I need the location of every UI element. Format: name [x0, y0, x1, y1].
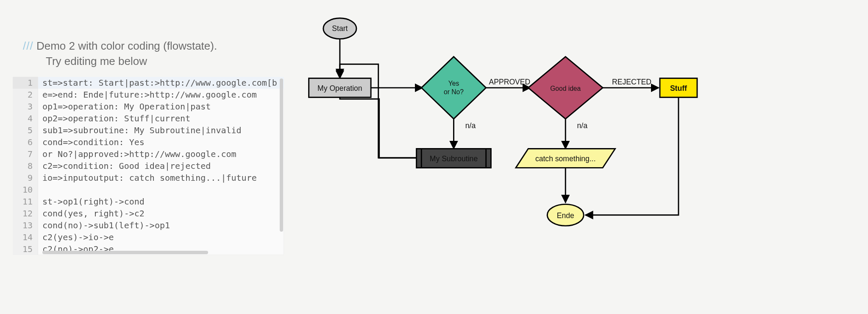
title-line2: Try editing me below	[23, 53, 284, 69]
code-editor[interactable]: 1st=>start: Start|past:>http://www.googl…	[13, 77, 284, 255]
node-cond[interactable]: Yes or No?	[421, 57, 486, 119]
line-code[interactable]: cond(no)->sub1(left)->op1	[38, 219, 170, 231]
label-c2-no: n/a	[577, 121, 588, 130]
editor-line[interactable]: 11st->op1(right)->cond	[13, 196, 284, 207]
label-approved: APPROVED	[489, 78, 531, 86]
line-code[interactable]: io=>inputoutput: catch something...|futu…	[38, 172, 257, 184]
line-code[interactable]: op1=>operation: My Operation|past	[38, 101, 211, 112]
svg-text:catch something...: catch something...	[535, 154, 596, 163]
line-number: 12	[13, 207, 38, 219]
node-io[interactable]: catch something...	[516, 149, 615, 168]
svg-text:Yes: Yes	[448, 80, 459, 87]
vertical-scrollbar-thumb[interactable]	[280, 78, 283, 232]
label-rejected: REJECTED	[612, 78, 651, 86]
title-line1: Demo 2 with color coding (flowstate).	[36, 39, 217, 52]
line-code[interactable]: c2=>condition: Good idea|rejected	[38, 160, 211, 172]
editor-line[interactable]: 14c2(yes)->io->e	[13, 231, 284, 243]
line-number: 11	[13, 196, 38, 207]
line-code[interactable]: cond=>condition: Yes	[38, 136, 145, 148]
flowchart-panel: Start My Operation Yes or No? APPROVED	[284, 8, 855, 306]
line-number: 9	[13, 172, 38, 184]
line-number: 15	[13, 243, 38, 255]
line-code[interactable]: or No?|approved:>http://www.google.com	[38, 148, 236, 160]
line-number: 14	[13, 231, 38, 243]
node-op1[interactable]: My Operation	[309, 78, 371, 97]
flowchart-svg: Start My Operation Yes or No? APPROVED	[284, 8, 855, 306]
line-code[interactable]	[38, 184, 42, 196]
editor-line[interactable]: 4op2=>operation: Stuff|current	[13, 112, 284, 124]
node-end[interactable]: Ende	[547, 204, 584, 226]
node-c2[interactable]: Good idea	[528, 57, 603, 119]
line-number: 2	[13, 89, 38, 101]
line-number: 1	[13, 77, 38, 89]
editor-line[interactable]: 12cond(yes, right)->c2	[13, 207, 284, 219]
editor-line[interactable]: 7or No?|approved:>http://www.google.com	[13, 148, 284, 160]
line-code[interactable]: st=>start: Start|past:>http://www.google…	[38, 77, 284, 89]
editor-line[interactable]: 13cond(no)->sub1(left)->op1	[13, 219, 284, 231]
svg-text:Stuff: Stuff	[670, 84, 687, 93]
horizontal-scrollbar[interactable]	[42, 251, 279, 254]
svg-text:My Operation: My Operation	[317, 84, 362, 93]
node-op2[interactable]: Stuff	[660, 78, 697, 97]
horizontal-scrollbar-thumb[interactable]	[42, 251, 208, 254]
svg-text:or No?: or No?	[444, 88, 464, 95]
svg-text:Good idea: Good idea	[550, 85, 581, 92]
editor-line[interactable]: 5sub1=>subroutine: My Subroutine|invalid	[13, 124, 284, 136]
line-code[interactable]: e=>end: Ende|future:>http://www.google.c…	[38, 89, 257, 101]
title-slashes: ///	[23, 39, 33, 52]
label-cond-no: n/a	[465, 121, 476, 130]
editor-line[interactable]: 6cond=>condition: Yes	[13, 136, 284, 148]
editor-panel: /// Demo 2 with color coding (flowstate)…	[13, 8, 284, 306]
editor-line[interactable]: 8c2=>condition: Good idea|rejected	[13, 160, 284, 172]
svg-text:Ende: Ende	[557, 211, 574, 220]
line-number: 4	[13, 112, 38, 124]
line-code[interactable]: sub1=>subroutine: My Subroutine|invalid	[38, 124, 242, 136]
vertical-scrollbar[interactable]	[280, 78, 283, 240]
line-number: 6	[13, 136, 38, 148]
line-number: 8	[13, 160, 38, 172]
svg-text:Start: Start	[332, 24, 348, 33]
node-sub1[interactable]: My Subroutine	[417, 149, 491, 168]
line-number: 7	[13, 148, 38, 160]
svg-text:My Subroutine: My Subroutine	[430, 154, 478, 163]
editor-line[interactable]: 1st=>start: Start|past:>http://www.googl…	[13, 77, 284, 89]
demo-title: /// Demo 2 with color coding (flowstate)…	[13, 38, 284, 69]
editor-line[interactable]: 2e=>end: Ende|future:>http://www.google.…	[13, 89, 284, 101]
editor-line[interactable]: 3op1=>operation: My Operation|past	[13, 101, 284, 112]
line-code[interactable]: c2(yes)->io->e	[38, 231, 114, 243]
editor-line[interactable]: 10	[13, 184, 284, 196]
line-code[interactable]: op2=>operation: Stuff|current	[38, 112, 190, 124]
line-number: 5	[13, 124, 38, 136]
line-code[interactable]: cond(yes, right)->c2	[38, 207, 145, 219]
line-number: 3	[13, 101, 38, 112]
editor-line[interactable]: 9io=>inputoutput: catch something...|fut…	[13, 172, 284, 184]
line-number: 13	[13, 219, 38, 231]
line-number: 10	[13, 184, 38, 196]
node-start[interactable]: Start	[323, 18, 356, 39]
line-code[interactable]: st->op1(right)->cond	[38, 196, 145, 207]
